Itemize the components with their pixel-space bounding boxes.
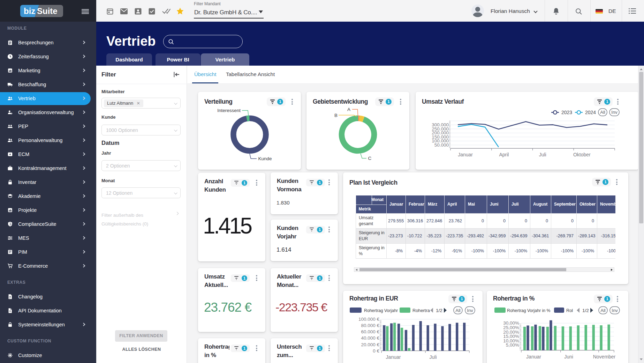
svg-text:Inv: Inv <box>612 308 618 313</box>
svg-text:Juni: Juni <box>564 354 573 360</box>
svg-text:A: A <box>347 107 350 112</box>
svg-text:Rohertrag Vorjahr: Rohertrag Vorjahr <box>364 308 398 313</box>
svg-text:0 €: 0 € <box>373 348 379 354</box>
svg-text:All: All <box>600 308 606 313</box>
svg-text:April: April <box>499 152 509 157</box>
svg-text:B: B <box>334 113 338 118</box>
svg-text:All: All <box>455 308 461 313</box>
svg-text:2023: 2023 <box>561 110 572 115</box>
svg-text:80.000 €: 80.000 € <box>361 323 379 328</box>
svg-text:Juli: Juli <box>539 152 546 157</box>
svg-text:C: C <box>368 156 372 161</box>
svg-text:40.000 €: 40.000 € <box>361 335 379 341</box>
svg-text:100.000 €: 100.000 € <box>358 317 380 322</box>
svg-text:2024: 2024 <box>585 110 596 115</box>
svg-text:Inv: Inv <box>467 308 473 313</box>
svg-text:Januar: Januar <box>386 354 401 360</box>
svg-text:5,00%: 5,00% <box>506 342 519 348</box>
svg-text:Rohertrag Vorjahr in %: Rohertrag Vorjahr in % <box>507 308 550 313</box>
svg-text:Rol: Rol <box>566 308 573 313</box>
svg-text:1/2: 1/2 <box>582 308 589 313</box>
svg-text:20.000 €: 20.000 € <box>361 342 379 347</box>
svg-text:Interessent: Interessent <box>217 108 241 113</box>
svg-text:November: November <box>593 354 616 360</box>
svg-text:All: All <box>600 110 605 115</box>
svg-text:Rohertra: Rohertra <box>412 308 430 313</box>
svg-text:Januar: Januar <box>526 354 541 360</box>
svg-text:Inv: Inv <box>611 110 618 115</box>
svg-text:60.000 €: 60.000 € <box>361 329 379 334</box>
svg-text:Januar: Januar <box>458 152 473 157</box>
svg-text:50.000: 50.000 <box>434 142 449 148</box>
svg-text:biz: biz <box>24 6 35 16</box>
svg-text:Oktober: Oktober <box>573 152 591 157</box>
svg-text:Juli: Juli <box>429 354 437 360</box>
svg-text:Kunde: Kunde <box>258 156 272 161</box>
svg-text:1/2: 1/2 <box>436 308 442 313</box>
svg-text:Suite: Suite <box>37 6 58 16</box>
